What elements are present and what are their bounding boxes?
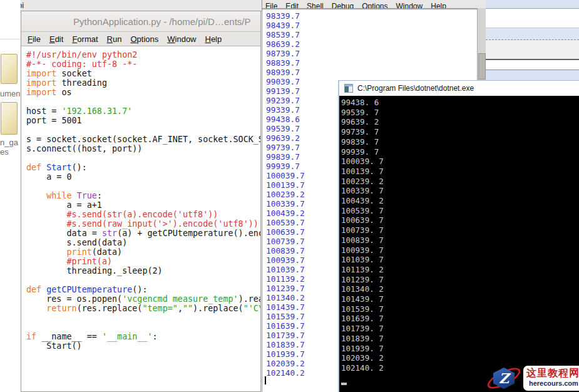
console-output-line: 101839. 7 — [341, 334, 579, 344]
editor-menu-item[interactable]: Format — [72, 34, 98, 44]
shell-menu-item[interactable]: Edit — [285, 2, 299, 8]
editor-menu-item[interactable]: Run — [107, 34, 122, 44]
code-token: "'C\ — [243, 304, 260, 313]
code-line: def getCPUtemperature(): — [26, 285, 260, 294]
watermark-text-box: 这里教程网 herecours.com — [523, 366, 579, 391]
code-token: s = socket.socket(socket.AF_INET, socket… — [26, 135, 260, 144]
code-token: #print(a) — [26, 257, 112, 266]
console-output-line: 101239. 7 — [341, 275, 579, 285]
code-line: while True: — [26, 191, 260, 200]
code-line — [26, 276, 260, 285]
shell-output-line: 98639.2 — [266, 39, 486, 49]
console-titlebar[interactable]: C:\Program Files\dotnet\dotnet.exe — [339, 81, 579, 96]
code-line: data = str(a) + getCPUtemperature().enc — [26, 229, 260, 238]
code-token: : — [153, 332, 158, 341]
console-output-line: 99639. 2 — [341, 117, 579, 127]
folder-label[interactable]: n_ga — [0, 138, 18, 147]
console-output-line: 99739. 7 — [341, 127, 579, 137]
filemanager-titlebar: pi — [0, 0, 262, 11]
toolbar-divider — [0, 39, 21, 39]
editor-titlebar[interactable]: PythonApplication.py - /home/pi/D…ents/P — [21, 11, 260, 32]
console-output-line: 101739. 7 — [341, 324, 579, 334]
code-line: #s.send(str(a).encode('utf8')) — [26, 210, 260, 219]
code-line: import socket — [26, 69, 260, 78]
folder-icon[interactable] — [1, 54, 18, 84]
code-token: "" — [183, 304, 193, 313]
code-token: Start — [46, 163, 71, 172]
code-token: #s.send(raw_input('>').encode('utf8')) — [26, 219, 259, 229]
code-token: while — [46, 191, 71, 200]
console-output-line: 100939. 7 — [341, 245, 579, 255]
code-line: port = 5001 — [26, 116, 260, 125]
code-token: #s.send(str(a).encode('utf8')) — [26, 210, 218, 219]
sheet-row — [486, 9, 579, 28]
code-area[interactable]: #!/usr/bin/env python2#-*- coding: utf-8… — [21, 46, 260, 351]
console-output-line: 100439. 2 — [341, 196, 579, 206]
code-line: def Start(): — [26, 163, 260, 172]
code-token — [26, 191, 46, 200]
code-line: import os — [26, 88, 260, 97]
code-token: s.send(data) — [26, 238, 127, 247]
shell-menu-item[interactable]: Help — [431, 2, 446, 8]
editor-menu-item[interactable]: File — [28, 34, 41, 44]
console-output-line: 101439. 7 — [341, 294, 579, 304]
code-token: "temp=" — [142, 304, 177, 313]
scrollbar-thumb[interactable] — [478, 53, 486, 80]
console-output[interactable]: 99438. 699539. 799639. 299739. 799839. 7… — [339, 96, 579, 392]
code-token: a = 0 — [26, 172, 72, 182]
code-line — [26, 153, 260, 163]
folder-icon[interactable] — [1, 102, 18, 135]
folder-label[interactable]: es — [0, 148, 9, 157]
code-line: return(res.replace("temp=","").replace("… — [26, 304, 260, 313]
shell-menu-item[interactable]: Shell — [307, 2, 324, 8]
editor-menu-item[interactable]: Window — [167, 34, 196, 44]
watermark-site-name: 这里教程网 — [526, 368, 579, 379]
code-token: if — [26, 332, 36, 341]
code-token: #!/usr/bin/env python2 — [26, 50, 137, 59]
code-line: s.connect((host, port)) — [26, 144, 260, 153]
shell-output-line: 98939.7 — [266, 68, 486, 77]
shell-output-line: 98739.7 — [266, 49, 486, 58]
watermark: 这里教程网 herecours.com Z — [485, 364, 579, 392]
console-output-line: 101939. 7 — [341, 344, 579, 354]
code-token: os — [56, 88, 71, 97]
code-line — [26, 322, 260, 332]
code-token: (): — [72, 163, 87, 172]
code-token: import — [26, 78, 56, 88]
editor-window-title: PythonApplication.py - /home/pi/D…ents/P — [21, 16, 250, 27]
shell-menu-item[interactable]: Debug — [332, 2, 354, 8]
console-output-line: 100739. 7 — [341, 225, 579, 235]
console-icon — [344, 84, 353, 93]
shell-menubar: FileEditShellDebugOptionsWindowHelp — [262, 0, 486, 8]
sheet-row — [486, 60, 579, 70]
editor-menu-item[interactable]: Options — [130, 34, 158, 44]
shell-menu-item[interactable]: Window — [396, 2, 423, 8]
code-token: (data) — [92, 247, 122, 257]
code-token: def — [26, 285, 41, 294]
code-line: print(data) — [26, 247, 260, 257]
code-token: : — [97, 191, 102, 200]
code-token: threading — [56, 78, 107, 88]
code-token: s.connect((host, port)) — [26, 144, 142, 153]
shell-output-line: 98339.7 — [266, 11, 486, 21]
console-output-line: 100639. 7 — [341, 215, 579, 225]
code-token: return — [46, 304, 76, 313]
console-output-line: 100839. 7 — [341, 235, 579, 245]
shell-menu-item[interactable]: File — [265, 2, 277, 8]
folder-label[interactable]: umen — [0, 90, 21, 98]
code-token: port = 5001 — [26, 116, 82, 125]
console-output-line: 99539. 7 — [341, 108, 579, 118]
sheet-row — [486, 70, 579, 80]
code-token: (a) + getCPUtemperature().enc — [117, 229, 260, 238]
code-token: a = a+1 — [26, 200, 102, 210]
code-token: res = os.popen( — [26, 294, 122, 304]
code-token: True — [77, 191, 97, 200]
editor-menubar: FileEditFormatRunOptionsWindowHelp — [21, 32, 260, 46]
code-line: a = 0 — [26, 172, 260, 182]
console-output-line: 101539. 7 — [341, 304, 579, 314]
console-output-line: 101639. 7 — [341, 314, 579, 324]
console-output-line: 100339. 7 — [341, 186, 579, 196]
shell-menu-item[interactable]: Options — [362, 2, 387, 8]
editor-menu-item[interactable]: Help — [205, 34, 222, 44]
editor-menu-item[interactable]: Edit — [49, 34, 63, 44]
